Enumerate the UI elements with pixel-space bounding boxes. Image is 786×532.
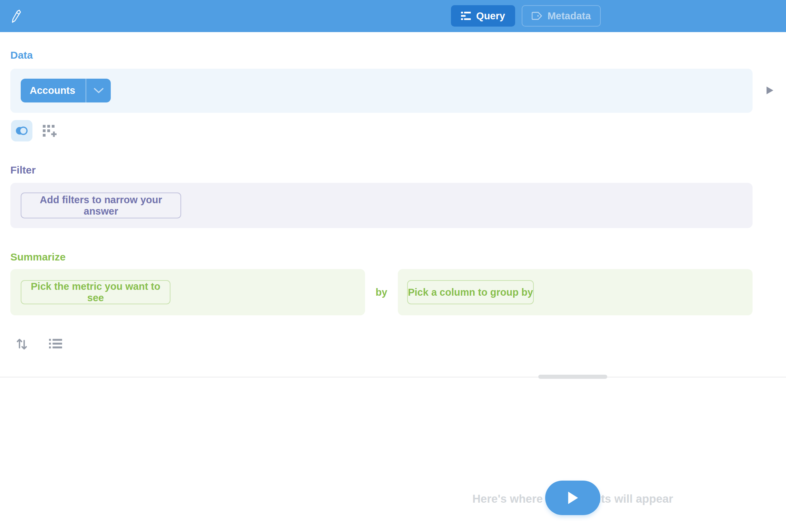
summarize-metric-container: Pick the metric you want to see [10,269,365,315]
list-icon [49,338,62,349]
by-label: by [365,269,398,315]
data-clause-container: Accounts [10,69,753,113]
play-icon [765,86,774,95]
summarize-section-label: Summarize [10,251,66,263]
pencil-icon [11,10,22,23]
pick-metric-button[interactable]: Pick the metric you want to see [21,280,170,304]
chevron-down-icon [94,88,104,93]
edit-button[interactable] [10,10,23,23]
filter-section-label: Filter [10,164,36,176]
join-data-button[interactable] [11,120,32,141]
custom-column-button[interactable] [43,125,57,139]
play-icon [566,490,579,505]
sort-step-button[interactable] [16,337,28,350]
header-bar: Query Metadata [0,0,786,32]
run-query-button[interactable] [545,481,600,515]
pick-group-column-button[interactable]: Pick a column to group by [407,280,534,304]
pane-divider [0,377,786,377]
filter-clause-container: Add filters to narrow your answer [10,183,753,228]
preview-step-button[interactable] [763,85,776,97]
data-source-button[interactable]: Accounts [21,79,111,102]
data-section-label: Data [10,49,33,61]
data-source-label: Accounts [21,79,86,102]
tab-query[interactable]: Query [451,5,515,27]
pane-resize-handle[interactable] [538,375,607,379]
notebook-list-icon [461,11,471,21]
tab-query-label: Query [476,10,505,22]
sort-arrows-icon [16,337,28,350]
editor-tabs: Query Metadata [451,5,601,27]
summarize-groupby-container: Pick a column to group by [398,269,753,315]
join-venn-icon [15,126,28,136]
add-filter-button[interactable]: Add filters to narrow your answer [21,193,181,218]
tag-icon [532,11,543,20]
tab-metadata[interactable]: Metadata [522,5,601,27]
data-source-dropdown[interactable] [86,79,111,102]
tab-metadata-label: Metadata [548,10,591,22]
add-column-grid-icon [43,125,57,139]
row-limit-button[interactable] [49,338,62,350]
